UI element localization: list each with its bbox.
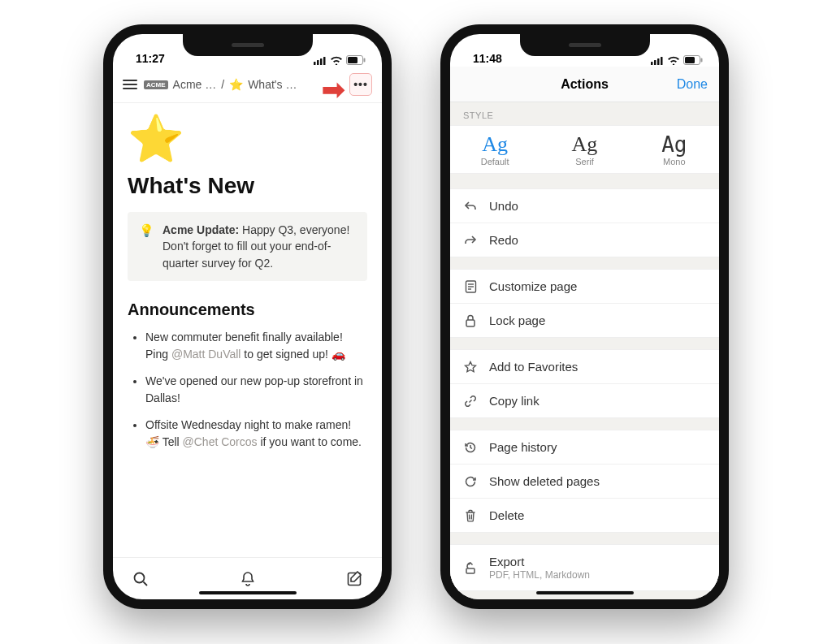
- notifications-icon[interactable]: [240, 571, 256, 587]
- breadcrumb[interactable]: ACME Acme … / ⭐ What's …: [144, 78, 343, 91]
- status-time: 11:27: [136, 52, 165, 65]
- heading-announcements[interactable]: Announcements: [128, 300, 367, 319]
- star-icon: [463, 361, 478, 374]
- battery-icon: [683, 55, 703, 65]
- style-default[interactable]: Ag Default: [450, 126, 540, 173]
- svg-rect-10: [651, 62, 653, 65]
- group-history: Page history Show deleted pages Delete: [450, 430, 719, 533]
- export-subtitle: PDF, HTML, Markdown: [489, 569, 590, 581]
- page-title[interactable]: What's New: [128, 173, 367, 199]
- restore-icon: [463, 475, 478, 488]
- page-content: ⭐ What's New 💡 Acme Update: Happy Q3, ev…: [113, 103, 382, 557]
- svg-rect-1: [317, 60, 319, 65]
- action-export[interactable]: Export PDF, HTML, Markdown: [450, 545, 719, 590]
- action-show-deleted[interactable]: Show deleted pages: [450, 465, 719, 499]
- group-undo-redo: Undo Redo: [450, 188, 719, 257]
- customize-icon: [463, 280, 478, 293]
- top-bar: ACME Acme … / ⭐ What's … •••: [113, 67, 382, 103]
- lock-icon: [463, 314, 478, 327]
- svg-rect-15: [685, 57, 695, 63]
- compose-icon[interactable]: [346, 571, 362, 587]
- battery-icon: [346, 55, 366, 65]
- svg-rect-12: [657, 58, 660, 65]
- page-emoji[interactable]: ⭐: [128, 116, 367, 162]
- signal-icon: [651, 56, 664, 65]
- callout-text: Acme Update: Happy Q3, everyone! Don't f…: [162, 222, 356, 271]
- page-name-crumb: What's …: [248, 78, 297, 91]
- workspace-name: Acme …: [173, 78, 217, 91]
- svg-rect-2: [320, 58, 323, 65]
- workspace-badge: ACME: [144, 80, 168, 89]
- callout-block[interactable]: 💡 Acme Update: Happy Q3, everyone! Don't…: [128, 212, 367, 281]
- page-emoji-small: ⭐: [229, 78, 243, 91]
- mention[interactable]: @Matt DuVall: [171, 348, 241, 361]
- action-undo[interactable]: Undo: [450, 189, 719, 223]
- action-redo[interactable]: Redo: [450, 223, 719, 257]
- phone-right: 11:48 Actions Done STYLE Ag Default: [440, 24, 729, 609]
- breadcrumb-separator: /: [221, 78, 224, 91]
- list-item[interactable]: Offsite Wednesday night to make ramen! 🍜…: [145, 417, 367, 451]
- trash-icon: [463, 509, 478, 522]
- actions-header: Actions Done: [450, 67, 719, 102]
- export-icon: [463, 561, 478, 574]
- status-time: 11:48: [473, 52, 502, 65]
- wifi-icon: [667, 56, 680, 65]
- action-customize-page[interactable]: Customize page: [450, 270, 719, 304]
- menu-icon[interactable]: [123, 80, 137, 89]
- signal-icon: [314, 56, 327, 65]
- list-item[interactable]: We've opened our new pop-up storefront i…: [145, 373, 367, 407]
- group-page: Customize page Lock page: [450, 269, 719, 338]
- redo-icon: [463, 234, 478, 247]
- home-indicator[interactable]: [199, 591, 297, 594]
- notch: [520, 33, 650, 56]
- svg-rect-24: [466, 568, 474, 573]
- bulb-icon: 💡: [139, 222, 154, 271]
- svg-rect-3: [323, 57, 326, 65]
- action-add-favorites[interactable]: Add to Favorites: [450, 350, 719, 384]
- action-delete[interactable]: Delete: [450, 499, 719, 532]
- style-section-label: STYLE: [450, 102, 719, 125]
- link-icon: [463, 395, 478, 408]
- done-button[interactable]: Done: [677, 77, 708, 92]
- wifi-icon: [330, 56, 343, 65]
- more-options-button[interactable]: •••: [349, 73, 372, 96]
- mention[interactable]: @Chet Corcos: [183, 435, 258, 448]
- svg-rect-6: [364, 58, 366, 63]
- svg-rect-16: [701, 58, 703, 63]
- action-page-history[interactable]: Page history: [450, 430, 719, 465]
- svg-rect-13: [661, 57, 663, 65]
- svg-line-8: [144, 581, 148, 586]
- actions-title: Actions: [561, 77, 609, 92]
- announcements-list: New commuter benefit finally available! …: [128, 329, 367, 451]
- style-serif[interactable]: Ag Serif: [540, 126, 629, 173]
- svg-rect-11: [654, 60, 656, 65]
- svg-rect-0: [314, 62, 316, 65]
- phone-left: 11:27 ACME Acme … / ⭐ What's … •••: [103, 24, 392, 609]
- list-item[interactable]: New commuter benefit finally available! …: [145, 329, 367, 363]
- action-lock-page[interactable]: Lock page: [450, 304, 719, 337]
- notch: [183, 33, 313, 56]
- style-mono[interactable]: Ag Mono: [630, 126, 719, 173]
- svg-rect-5: [348, 57, 358, 63]
- group-export: Export PDF, HTML, Markdown: [450, 544, 719, 591]
- callout-bold: Acme Update:: [162, 223, 239, 236]
- home-indicator[interactable]: [536, 591, 634, 594]
- svg-rect-21: [466, 320, 474, 326]
- action-copy-link[interactable]: Copy link: [450, 384, 719, 417]
- undo-icon: [463, 200, 478, 213]
- history-icon: [463, 441, 478, 454]
- search-icon[interactable]: [132, 571, 149, 587]
- style-row: Ag Default Ag Serif Ag Mono: [450, 125, 719, 174]
- group-share: Add to Favorites Copy link: [450, 349, 719, 418]
- svg-point-7: [135, 573, 145, 582]
- actions-body[interactable]: STYLE Ag Default Ag Serif Ag Mono: [450, 102, 719, 599]
